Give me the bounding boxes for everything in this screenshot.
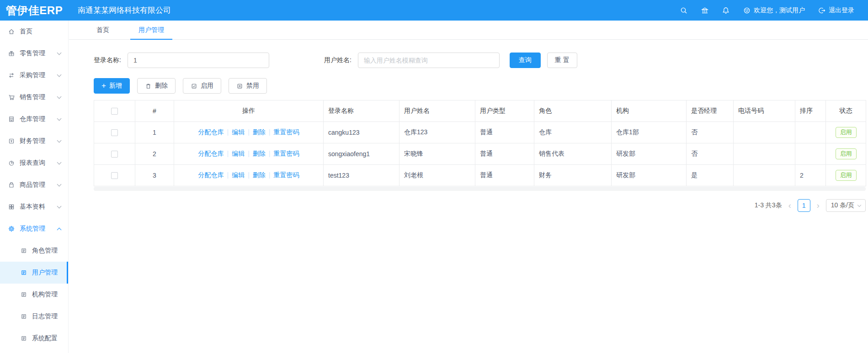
sidebar-item-warehouse[interactable]: 仓库管理 — [0, 108, 68, 130]
bank-icon[interactable] — [701, 6, 709, 15]
col-organization: 机构 — [612, 100, 687, 122]
search-icon[interactable] — [680, 6, 688, 15]
cell-org: 研发部 — [612, 165, 687, 186]
swap-icon — [8, 72, 15, 79]
status-badge: 启用 — [836, 127, 857, 138]
sidebar-item-organizations[interactable]: 机构管理 — [0, 284, 68, 306]
cell-manager: 是 — [687, 165, 734, 186]
row-index: 3 — [135, 165, 174, 186]
search-button[interactable]: 查询 — [510, 53, 541, 68]
sidebar-item-reports[interactable]: 报表查询 — [0, 152, 68, 174]
logout-button[interactable]: 退出登录 — [818, 6, 854, 15]
op-link[interactable]: 删除 — [253, 128, 266, 136]
op-link[interactable]: 重置密码 — [273, 150, 299, 157]
sidebar-item-users[interactable]: 用户管理 — [0, 262, 68, 284]
welcome-user: 欢迎您，测试用户 — [743, 6, 805, 15]
cell-name: 刘老根 — [399, 165, 475, 186]
user-name-input[interactable] — [358, 53, 500, 68]
cell-type: 普通 — [475, 165, 534, 186]
chevron-down-icon — [857, 203, 861, 206]
op-link[interactable]: 删除 — [253, 171, 266, 179]
cell-role: 仓库 — [534, 122, 612, 143]
op-link[interactable]: 删除 — [253, 150, 266, 157]
sidebar-item-system[interactable]: 系统管理 — [0, 218, 68, 240]
col-phone: 电话号码 — [734, 100, 795, 122]
status-badge: 启用 — [836, 170, 857, 181]
disable-button[interactable]: 禁用 — [229, 78, 267, 94]
cell-phone — [734, 122, 795, 143]
op-link[interactable]: 编辑 — [232, 150, 245, 157]
company-name: 南通某某网络科技有限公司 — [78, 5, 171, 16]
sidebar-item-home[interactable]: 首页 — [0, 21, 68, 42]
tab-bar: 首页 用户管理 — [69, 21, 868, 40]
table-row: 1 分配仓库|编辑|删除|重置密码 cangku123 仓库123 普通 仓库 … — [94, 122, 866, 143]
app-header: 管伊佳ERP 南通某某网络科技有限公司 欢迎您，测试用户 — [0, 0, 868, 21]
chevron-down-icon — [57, 95, 62, 99]
bell-icon[interactable] — [722, 6, 730, 15]
row-checkbox[interactable] — [111, 151, 118, 158]
col-is-manager: 是否经理 — [687, 100, 734, 122]
row-checkbox[interactable] — [111, 172, 118, 179]
chevron-down-icon — [57, 138, 62, 143]
app-logo: 管伊佳ERP — [0, 3, 69, 18]
col-user-type: 用户类型 — [475, 100, 534, 122]
main-area: 首页 用户管理 登录名称: 用户姓名: 查询 重 置 + 新增 删除 — [69, 21, 868, 353]
welcome-text: 欢迎您，测试用户 — [754, 6, 805, 15]
col-login-name: 登录名称 — [324, 100, 399, 122]
sidebar-item-goods[interactable]: 商品管理 — [0, 174, 68, 196]
grid-icon — [8, 203, 15, 211]
sidebar-item-finance[interactable]: 财务管理 — [0, 130, 68, 152]
col-status: 状态 — [826, 100, 866, 122]
op-link[interactable]: 编辑 — [232, 171, 245, 179]
add-button[interactable]: + 新增 — [94, 78, 130, 94]
next-page-button[interactable]: › — [815, 201, 821, 210]
reset-button[interactable]: 重 置 — [547, 53, 577, 68]
tab-user-management[interactable]: 用户管理 — [136, 21, 167, 39]
sidebar-item-roles[interactable]: 角色管理 — [0, 240, 68, 262]
form-icon — [20, 313, 27, 320]
form-icon — [20, 291, 27, 298]
chevron-down-icon — [57, 204, 62, 209]
chevron-up-icon — [57, 227, 62, 232]
enable-button[interactable]: 启用 — [183, 78, 221, 94]
table-row: 2 分配仓库|编辑|删除|重置密码 songxiaofeng1 宋晓锋 普通 销… — [94, 143, 866, 165]
login-name-input[interactable] — [128, 53, 269, 68]
tab-home[interactable]: 首页 — [94, 21, 112, 39]
user-name-label: 用户姓名: — [324, 56, 351, 64]
op-link[interactable]: 重置密码 — [273, 171, 299, 179]
cell-role: 财务 — [534, 165, 612, 186]
status-badge: 启用 — [836, 148, 857, 159]
sidebar-item-system-config[interactable]: 系统配置 — [0, 327, 68, 349]
row-checkbox[interactable] — [111, 129, 118, 136]
cell-sort: 2 — [795, 165, 826, 186]
gift-icon — [8, 50, 15, 57]
select-all-checkbox[interactable] — [111, 108, 118, 115]
row-ops: 分配仓库|编辑|删除|重置密码 — [174, 165, 324, 186]
col-sort: 排序 — [795, 100, 826, 122]
op-link[interactable]: 分配仓库 — [198, 150, 224, 157]
sidebar-item-basic-data[interactable]: 基本资料 — [0, 196, 68, 218]
page-number-button[interactable]: 1 — [798, 199, 810, 212]
cell-org: 仓库1部 — [612, 122, 687, 143]
page-size-select[interactable]: 10 条/页 — [826, 199, 866, 212]
op-link[interactable]: 重置密码 — [273, 128, 299, 136]
row-index: 2 — [135, 143, 174, 165]
chevron-down-icon — [57, 116, 62, 121]
op-link[interactable]: 分配仓库 — [198, 171, 224, 179]
smile-icon — [743, 6, 751, 15]
sidebar-item-retail[interactable]: 零售管理 — [0, 42, 68, 64]
prev-page-button[interactable]: ‹ — [787, 201, 793, 210]
cell-login: cangku123 — [324, 122, 399, 143]
op-link[interactable]: 分配仓库 — [198, 128, 224, 136]
table-header-row: # 操作 登录名称 用户姓名 用户类型 角色 机构 是否经理 电话号码 排序 状… — [94, 100, 866, 122]
sidebar-item-purchase[interactable]: 采购管理 — [0, 64, 68, 86]
sidebar-item-logs[interactable]: 日志管理 — [0, 306, 68, 327]
form-icon — [20, 335, 27, 342]
op-link[interactable]: 编辑 — [232, 128, 245, 136]
sidebar-item-sales[interactable]: 销售管理 — [0, 86, 68, 108]
cell-manager: 否 — [687, 122, 734, 143]
delete-button[interactable]: 删除 — [137, 78, 176, 94]
horizontal-scrollbar[interactable] — [94, 187, 866, 191]
chevron-down-icon — [57, 182, 62, 187]
sidebar: 首页 零售管理 采购管理 销售管理 仓库管理 财务管理 报 — [0, 21, 69, 353]
